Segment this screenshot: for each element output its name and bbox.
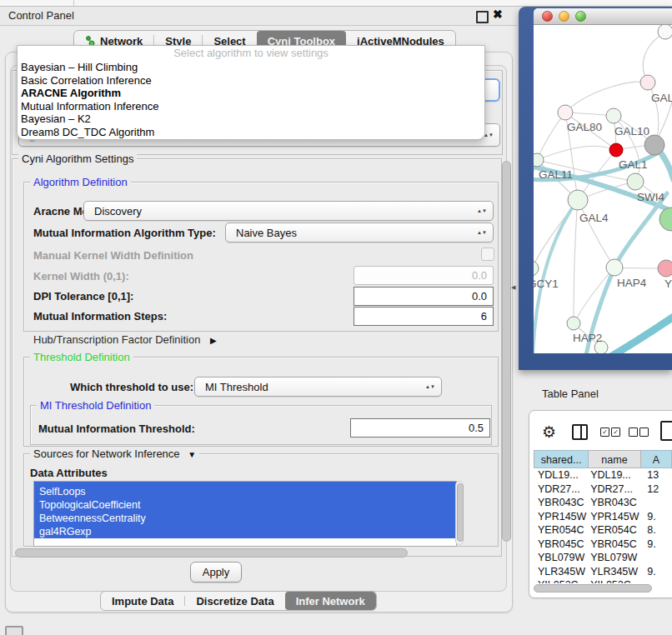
column-header-name[interactable]: name <box>589 450 640 468</box>
node-label-hap4: HAP4 <box>617 277 647 289</box>
table-row[interactable]: YLR345WYLR345W9. <box>534 565 672 579</box>
settings-horizontal-scrollbar[interactable] <box>15 548 408 558</box>
aracne-mode-combobox[interactable]: Discovery ▲▼ <box>83 201 494 221</box>
attributes-scrollbar-thumb[interactable] <box>457 483 464 542</box>
bottom-tab-discretize-data[interactable]: Discretize Data <box>185 592 284 610</box>
network-window-titlebar[interactable] <box>534 8 672 25</box>
table-cell: 13 <box>640 468 672 482</box>
network-graph[interactable]: GALGAL80GAL10GAL1GAL11SWI4GAL4GCY1HAP4YH… <box>534 25 672 353</box>
attribute-item-gal4rgexp[interactable]: gal4RGexp <box>34 525 456 538</box>
table-cell <box>640 578 672 583</box>
bottom-tab-infer-network[interactable]: Infer Network <box>285 592 376 610</box>
mi-type-combobox[interactable]: Naive Bayes ▲▼ <box>225 222 494 242</box>
table-row[interactable]: YBR043CYBR043C <box>534 496 672 510</box>
which-threshold-combobox[interactable]: MI Threshold ▲▼ <box>194 377 442 397</box>
select-all-check-icon-1[interactable]: ✓ <box>600 428 609 437</box>
network-node-HAP2[interactable] <box>567 317 580 330</box>
zoom-light-icon[interactable] <box>575 11 586 22</box>
table-cell: YLR345W <box>589 565 640 579</box>
algorithm-option-dream8-dc-tdc-algorithm[interactable]: Dream8 DC_TDC Algorithm <box>18 126 484 139</box>
network-node-GAL11[interactable] <box>534 153 544 167</box>
network-node-GAL10[interactable] <box>606 108 621 123</box>
table-row[interactable]: YDL19...YDL19...13 <box>534 468 672 482</box>
float-icon[interactable] <box>476 11 489 23</box>
splitter-collapse-icon[interactable]: ◀ <box>511 284 515 291</box>
settings-gear-icon[interactable]: ⚙ <box>542 422 556 442</box>
table-cell: YBL079W <box>589 551 640 565</box>
attribute-item-selfloops[interactable]: SelfLoops <box>34 485 456 498</box>
table-row[interactable]: YBL079WYBL079W <box>534 551 672 565</box>
deselect-box-icon-1[interactable] <box>629 428 638 437</box>
network-edge <box>574 200 578 323</box>
column-header-a[interactable]: A <box>641 450 672 468</box>
apply-button[interactable]: Apply <box>190 562 242 582</box>
data-attributes-list[interactable]: SelfLoopsTopologicalCoefficientBetweenne… <box>33 481 457 547</box>
table-row[interactable]: YBR045CYBR045C9. <box>534 538 672 552</box>
network-node-SWI4[interactable] <box>627 173 644 190</box>
aracne-mode-value: Discovery <box>94 205 142 218</box>
dock-panel-icon[interactable] <box>5 626 23 635</box>
select-all-check-icon-2[interactable]: ✓ <box>611 428 620 437</box>
algorithm-dropdown-popup: Select algorithm to view settings Bayesi… <box>17 45 485 140</box>
algorithm-option-basic-correlation-inference[interactable]: Basic Correlation Inference <box>18 74 484 88</box>
network-node-GCY1[interactable] <box>534 261 539 276</box>
mi-steps-field[interactable]: 6 <box>354 307 494 326</box>
network-view-canvas[interactable]: GALGAL80GAL10GAL1GAL11SWI4GAL4GCY1HAP4YH… <box>534 25 672 353</box>
tab-label: Impute Data <box>112 595 173 608</box>
network-node-GAL4[interactable] <box>568 190 588 210</box>
network-node-node-pink-top[interactable] <box>640 75 655 90</box>
table-cell: YDR27... <box>589 482 640 497</box>
sources-group-title: Sources for Network Inference ▼ <box>30 448 199 460</box>
table-cell: YDL19... <box>589 468 640 482</box>
network-edge <box>537 112 565 160</box>
table-horizontal-scrollbar[interactable] <box>534 584 652 592</box>
algorithm-option-bayesian-k2[interactable]: Bayesian – K2 <box>18 112 484 126</box>
table-cell: YER054C <box>534 523 589 538</box>
dpi-tolerance-label: DPI Tolerance [0,1]: <box>33 290 133 302</box>
collapse-down-arrow-icon[interactable]: ▼ <box>188 450 196 459</box>
kernel-width-label: Kernel Width (0,1): <box>33 270 129 282</box>
mi-threshold-field[interactable]: 0.5 <box>350 418 490 438</box>
node-label-gal4: GAL4 <box>579 212 609 224</box>
network-node-node-pink-right[interactable] <box>658 260 672 277</box>
dpi-tolerance-field[interactable]: 0.0 <box>354 287 494 306</box>
network-node-HAP4[interactable] <box>606 259 623 276</box>
column-layout-icon[interactable] <box>572 424 588 440</box>
algorithm-option-mutual-information-inference[interactable]: Mutual Information Inference <box>18 100 484 113</box>
close-icon[interactable]: ✖ <box>493 8 503 21</box>
table-row[interactable]: YIL052CYIL052C <box>534 578 672 583</box>
algorithm-option-aracne-algorithm[interactable]: ARACNE Algorithm <box>18 87 484 100</box>
algorithm-option-bayesian-hill-climbing[interactable]: Bayesian – Hill Climbing <box>18 61 484 74</box>
close-light-icon[interactable] <box>542 11 553 22</box>
settings-vertical-scrollbar[interactable] <box>502 161 511 542</box>
stepper-arrows-icon: ▲▼ <box>477 231 487 235</box>
attribute-item-betweennesscentrality[interactable]: BetweennessCentrality <box>34 512 456 525</box>
deselect-box-icon-2[interactable] <box>639 428 649 437</box>
table-cell: YBR043C <box>589 496 640 510</box>
expand-right-arrow-icon[interactable]: ▶ <box>210 336 217 345</box>
table-cell: 9. <box>640 538 672 552</box>
attribute-item-topologicalcoefficient[interactable]: TopologicalCoefficient <box>34 498 456 512</box>
table-body: YDL19...YDL19...13YDR27...YDR27...12YBR0… <box>534 468 672 583</box>
bottom-tab-impute-data[interactable]: Impute Data <box>101 592 184 610</box>
table-header-row: shared...nameA <box>534 450 672 468</box>
network-node-node-gray[interactable] <box>644 135 664 155</box>
network-node-GAL1[interactable] <box>609 143 623 157</box>
network-node-node-top-cut[interactable] <box>658 25 672 39</box>
table-row[interactable]: YDR27...YDR27...12 <box>534 482 672 497</box>
window-top-strip <box>0 0 672 7</box>
node-label-gal80: GAL80 <box>567 121 602 133</box>
table-row[interactable]: YPR145WYPR145W9. <box>534 510 672 524</box>
network-node-node-green-right[interactable] <box>659 208 672 231</box>
document-icon[interactable] <box>660 421 672 441</box>
top-divider <box>73 0 74 6</box>
hub-definition-label[interactable]: Hub/Transcription Factor Definition ▶ <box>33 333 217 346</box>
kernel-width-field[interactable]: 0.0 <box>354 266 494 285</box>
column-header-shared[interactable]: shared... <box>534 450 589 468</box>
attributes-list-scrollbar[interactable] <box>455 481 464 545</box>
table-cell: 9. <box>640 565 672 579</box>
minimize-light-icon[interactable] <box>559 11 569 22</box>
table-row[interactable]: YER054CYER054C8. <box>534 523 672 538</box>
manual-kernel-checkbox[interactable] <box>481 248 494 261</box>
network-node-GAL80[interactable] <box>558 105 573 120</box>
